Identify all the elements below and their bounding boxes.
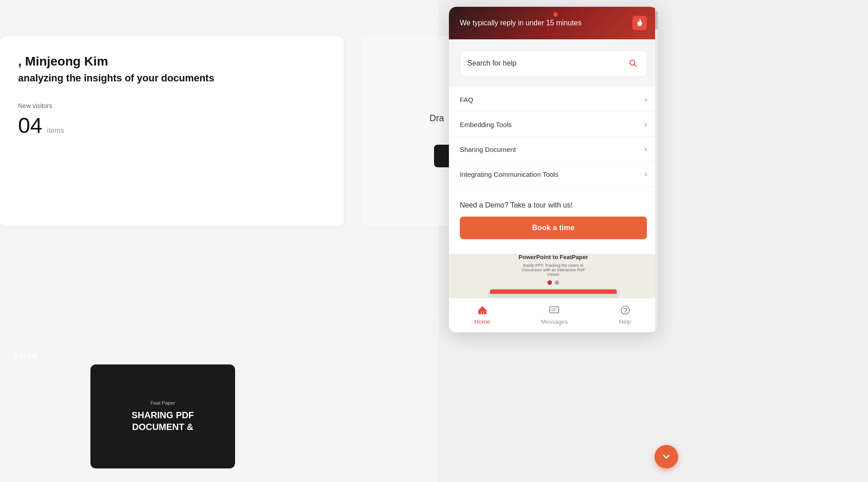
video-title: PowerPoint to FeatPaper [519, 254, 588, 260]
flame-icon [636, 19, 644, 28]
home-icon [476, 304, 489, 317]
book-time-button[interactable]: Book a time [460, 217, 647, 239]
search-icon[interactable] [627, 57, 639, 70]
status-dot [553, 12, 558, 17]
section-label: CTION [14, 353, 38, 360]
stat-label: New visitors [18, 102, 64, 109]
dashboard-card: , Minjeong Kim analyzing the insights of… [0, 36, 344, 226]
nav-item-messages[interactable]: Messages [541, 304, 568, 325]
search-bar[interactable]: Search for help [460, 50, 647, 76]
help-item-sharing[interactable]: Sharing Document › [449, 137, 658, 162]
svg-point-5 [625, 312, 626, 313]
bottom-nav: Home Messages Help [449, 298, 657, 332]
help-nav-label: Help [619, 318, 631, 325]
video-subtitle: Easily PPT: Tracking the Users to Conver… [517, 263, 590, 277]
faq-chevron-icon: › [645, 95, 647, 104]
integrating-label: Integrating Communication Tools [460, 170, 558, 178]
svg-rect-2 [481, 312, 483, 314]
card-title-line1: SHARING PDF [132, 409, 194, 421]
demo-title: Need a Demo? Take a tour with us! [460, 201, 647, 209]
scrollbar-thumb[interactable] [655, 11, 658, 29]
greeting-text: , Minjeong Kim [18, 54, 326, 69]
nav-item-help[interactable]: Help [619, 304, 632, 325]
main-content: , Minjeong Kim analyzing the insights of… [0, 0, 439, 482]
nav-item-home[interactable]: Home [474, 304, 490, 325]
stat-value: 04 [18, 113, 42, 137]
bottom-card: Feat Paper SHARING PDF DOCUMENT & [90, 364, 235, 468]
embedding-chevron-icon: › [645, 120, 647, 128]
reply-bar: We typically reply in under 15 minutes [449, 7, 658, 39]
search-section: Search for help [449, 39, 658, 87]
help-item-faq[interactable]: FAQ › [449, 87, 658, 112]
fab-button[interactable] [655, 445, 678, 468]
svg-line-1 [634, 65, 637, 67]
reply-bar-text: We typically reply in under 15 minutes [460, 19, 581, 27]
messages-icon [548, 304, 561, 317]
messages-nav-label: Messages [541, 318, 568, 325]
home-nav-label: Home [474, 318, 490, 325]
demo-section: Need a Demo? Take a tour with us! Book a… [449, 190, 658, 250]
embedding-label: Embedding Tools [460, 121, 512, 128]
faq-label: FAQ [460, 96, 473, 104]
help-panel: We typically reply in under 15 minutes S… [449, 7, 658, 332]
brand-logo [632, 16, 647, 30]
dot-red [547, 280, 552, 285]
chevron-down-icon [662, 452, 671, 461]
help-icon [619, 304, 632, 317]
video-dots [547, 280, 559, 285]
sharing-chevron-icon: › [645, 145, 647, 153]
card-title-line2: DOCUMENT & [132, 421, 193, 433]
sharing-label: Sharing Document [460, 146, 516, 153]
brand-label: Feat Paper [151, 400, 175, 406]
dra-text: Dra [429, 113, 444, 123]
help-item-integrating[interactable]: Integrating Communication Tools › [449, 162, 658, 187]
scrollbar-track[interactable] [655, 7, 658, 332]
mock-header-bar [490, 289, 617, 294]
stat-value-row: 04 items [18, 113, 64, 138]
help-items-list: FAQ › Embedding Tools › Sharing Document… [449, 87, 658, 187]
dot-gray [555, 280, 559, 285]
stats-row: New visitors 04 items [18, 102, 326, 138]
secondary-card [362, 36, 452, 226]
subtitle-text: analyzing the insights of your documents [18, 72, 326, 84]
stat-item: New visitors 04 items [18, 102, 64, 138]
search-placeholder: Search for help [467, 59, 517, 67]
help-item-embedding[interactable]: Embedding Tools › [449, 112, 658, 137]
stat-unit: items [47, 127, 64, 134]
integrating-chevron-icon: › [645, 170, 647, 178]
svg-rect-3 [550, 307, 559, 313]
